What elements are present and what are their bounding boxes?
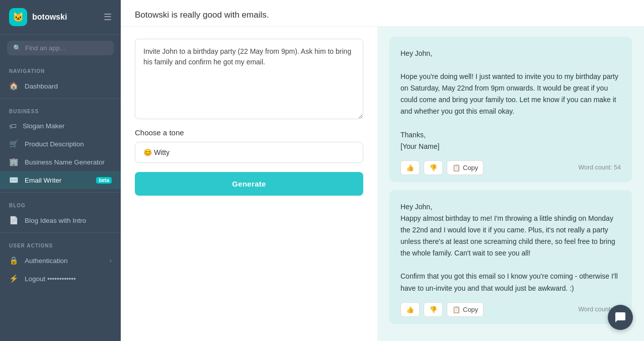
sidebar-item-authentication[interactable]: 🔒 Authentication › <box>0 251 121 270</box>
email-body-2: Hey John,Happy almost birthday to me! I'… <box>400 201 621 294</box>
copy-label-2: Copy <box>463 306 478 313</box>
email-card-1: Hey John,Hope you're doing well! I just … <box>389 37 632 182</box>
sidebar-item-label: Logout •••••••••••• <box>25 275 112 283</box>
email-footer-1: 👍 👎 📋 Copy Word count: 54 <box>400 160 621 175</box>
thumbs-up-icon-1: 👍 <box>406 164 414 172</box>
sidebar-item-slogan-maker[interactable]: 🏷 Slogan Maker <box>0 117 121 135</box>
logo-icon: 🐱 <box>9 8 27 26</box>
tone-value: 😊 Witty <box>143 148 170 156</box>
chat-button[interactable] <box>608 305 633 330</box>
tone-section: Choose a tone 😊 Witty <box>135 128 363 163</box>
thumbs-down-icon-1: 👎 <box>429 164 437 172</box>
thumbs-down-icon-2: 👎 <box>429 306 437 313</box>
thumbs-down-button-2[interactable]: 👎 <box>424 302 443 317</box>
sidebar-item-label: Blog Ideas with Intro <box>25 217 112 224</box>
nav-section-user-actions: User Actions <box>0 236 121 251</box>
sidebar-item-business-name[interactable]: 🏢 Business Name Generator <box>0 153 121 171</box>
main-body: Choose a tone 😊 Witty Generate Hey John,… <box>121 27 644 341</box>
tone-select[interactable]: 😊 Witty <box>135 142 363 163</box>
thumbs-up-icon-2: 👍 <box>406 306 414 313</box>
chat-icon <box>614 311 626 323</box>
beta-badge: beta <box>96 177 112 184</box>
thumbs-up-button-1[interactable]: 👍 <box>400 160 420 175</box>
left-panel: Choose a tone 😊 Witty Generate <box>121 27 377 341</box>
hamburger-icon[interactable]: ☰ <box>104 12 112 23</box>
sidebar-item-blog-ideas[interactable]: 📄 Blog Ideas with Intro <box>0 211 121 229</box>
right-panel: Hey John,Hope you're doing well! I just … <box>377 27 644 341</box>
main-content: Botowski is really good with emails. Cho… <box>121 0 644 341</box>
app-name: botowski <box>32 13 67 22</box>
logo-area: 🐱 botowski <box>9 8 67 26</box>
lock-icon: 🔒 <box>9 256 19 265</box>
email-body-1: Hey John,Hope you're doing well! I just … <box>400 48 621 152</box>
sidebar-item-label: Business Name Generator <box>25 158 112 166</box>
sidebar-item-label: Authentication <box>25 257 104 265</box>
copy-icon-2: 📋 <box>452 306 460 313</box>
generate-button[interactable]: Generate <box>135 172 363 196</box>
copy-label-1: Copy <box>463 164 478 172</box>
copy-button-1[interactable]: 📋 Copy <box>447 160 484 175</box>
sidebar-item-label: Product Description <box>25 140 112 148</box>
email-card-2: Hey John,Happy almost birthday to me! I'… <box>389 190 632 324</box>
prompt-textarea[interactable] <box>135 39 363 119</box>
email-footer-2: 👍 👎 📋 Copy Word count: 77 <box>400 302 621 317</box>
word-count-1: Word count: 54 <box>578 164 621 171</box>
sidebar-item-label: Email Writer <box>25 177 90 184</box>
search-area: 🔍 <box>0 35 121 61</box>
search-input[interactable] <box>25 44 108 52</box>
search-box: 🔍 <box>7 41 114 55</box>
dashboard-icon: 🏠 <box>9 81 19 91</box>
main-header: Botowski is really good with emails. <box>121 0 644 27</box>
power-icon: ⚡ <box>9 274 19 283</box>
sidebar-item-label: Dashboard <box>25 82 112 90</box>
nav-section-navigation: Navigation <box>0 61 121 77</box>
thumbs-up-button-2[interactable]: 👍 <box>400 302 420 317</box>
business-icon: 🏢 <box>9 157 19 166</box>
blog-icon: 📄 <box>9 216 19 225</box>
tone-label: Choose a tone <box>135 128 363 137</box>
copy-icon-1: 📋 <box>452 164 460 172</box>
thumbs-down-button-1[interactable]: 👎 <box>424 160 443 175</box>
chevron-right-icon: › <box>110 257 112 264</box>
sidebar-item-email-writer[interactable]: ✉️ Email Writer beta <box>0 171 121 189</box>
nav-section-business: Business <box>0 102 121 117</box>
sidebar-header: 🐱 botowski ☰ <box>0 0 121 35</box>
sidebar-item-label: Slogan Maker <box>23 122 112 130</box>
sidebar-item-logout[interactable]: ⚡ Logout •••••••••••• <box>0 270 121 288</box>
slogan-icon: 🏷 <box>9 122 17 130</box>
nav-section-blog: Blog <box>0 196 121 211</box>
sidebar-item-product-description[interactable]: 🛒 Product Description <box>0 135 121 153</box>
page-title: Botowski is really good with emails. <box>135 10 630 20</box>
sidebar: 🐱 botowski ☰ 🔍 Navigation 🏠 Dashboard Bu… <box>0 0 121 341</box>
search-icon: 🔍 <box>13 44 21 52</box>
copy-button-2[interactable]: 📋 Copy <box>447 302 484 317</box>
email-icon: ✉️ <box>9 176 19 185</box>
product-icon: 🛒 <box>9 139 19 148</box>
sidebar-item-dashboard[interactable]: 🏠 Dashboard <box>0 77 121 95</box>
